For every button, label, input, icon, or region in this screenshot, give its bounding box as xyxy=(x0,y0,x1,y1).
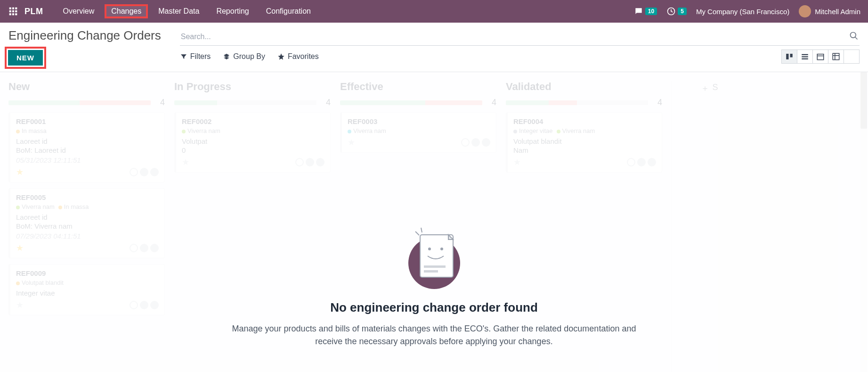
kanban-card[interactable]: REF0003Viverra nam★ xyxy=(340,112,496,153)
view-kanban[interactable] xyxy=(781,50,797,64)
card-activity-icon[interactable] xyxy=(461,138,470,147)
svg-rect-6 xyxy=(9,13,11,15)
card-activity-icon[interactable] xyxy=(627,158,635,166)
card-tag: Viverra nam xyxy=(182,127,220,134)
card-tag: Volutpat blandit xyxy=(16,279,64,286)
card-avatar xyxy=(150,168,159,176)
column-progress-bar xyxy=(506,100,648,105)
view-pivot[interactable] xyxy=(828,50,844,64)
card-line: 0 xyxy=(182,146,324,154)
apps-icon xyxy=(8,7,18,16)
column-count: 4 xyxy=(653,98,662,107)
clock-icon xyxy=(666,7,676,16)
card-line: Nam xyxy=(513,146,656,154)
card-priority-star[interactable]: ★ xyxy=(16,243,24,253)
card-ref: REF0004 xyxy=(513,117,656,125)
new-button[interactable]: NEW xyxy=(8,50,43,66)
card-tag-label: Viverra nam xyxy=(187,127,220,134)
column-progress-bar xyxy=(174,100,316,105)
card-priority-star[interactable]: ★ xyxy=(182,157,189,167)
svg-line-28 xyxy=(415,231,419,235)
add-column-label: S xyxy=(712,83,718,92)
card-avatar xyxy=(637,158,646,166)
search-bar xyxy=(180,28,860,46)
card-tag: Integer vitae xyxy=(513,127,553,134)
card-line: BoM: Viverra nam xyxy=(16,222,159,230)
card-avatar xyxy=(306,158,314,166)
groupby-label: Group By xyxy=(233,52,265,61)
card-avatar xyxy=(150,301,159,309)
favorites-button[interactable]: Favorites xyxy=(277,52,319,61)
funnel-icon xyxy=(180,53,187,60)
card-priority-star[interactable]: ★ xyxy=(348,137,355,148)
brand-label[interactable]: PLM xyxy=(24,7,43,17)
svg-point-10 xyxy=(851,33,856,38)
activity-button[interactable]: 5 xyxy=(666,7,687,16)
kanban-card[interactable]: REF0005Viverra namIn massaLaoreet idBoM:… xyxy=(8,188,165,258)
nav-configuration[interactable]: Configuration xyxy=(260,4,317,18)
nav-menu: Overview Changes Master Data Reporting C… xyxy=(57,4,317,18)
apps-launcher[interactable] xyxy=(8,6,19,17)
nav-changes[interactable]: Changes xyxy=(105,4,148,18)
svg-rect-15 xyxy=(802,56,808,57)
search-button[interactable] xyxy=(849,31,859,42)
empty-state-title: No engineering change order found xyxy=(222,300,646,315)
card-avatar xyxy=(140,244,148,252)
user-menu[interactable]: Mitchell Admin xyxy=(799,5,860,17)
kanban-card[interactable]: REF0004Integer vitaeViverra namVolutpat … xyxy=(506,112,662,173)
card-tag-label: Volutpat blandit xyxy=(22,279,64,286)
card-avatar xyxy=(471,138,480,147)
company-selector[interactable]: My Company (San Francisco) xyxy=(696,8,789,16)
view-switcher xyxy=(782,50,860,64)
nav-master-data[interactable]: Master Data xyxy=(152,4,206,18)
empty-state-icon xyxy=(397,218,472,294)
view-list[interactable] xyxy=(797,50,813,64)
kanban-card[interactable]: REF0009Volutpat blanditInteger vitae★ xyxy=(8,264,165,315)
card-ref: REF0001 xyxy=(16,117,159,125)
column-title[interactable]: Effective xyxy=(340,81,383,93)
card-activity-icon[interactable] xyxy=(130,168,138,176)
discuss-button[interactable]: 10 xyxy=(634,7,657,16)
view-calendar[interactable] xyxy=(812,50,828,64)
card-tag-label: In massa xyxy=(64,203,89,210)
svg-rect-26 xyxy=(424,265,446,268)
card-priority-star[interactable]: ★ xyxy=(16,300,24,310)
card-tag: Viverra nam xyxy=(16,203,55,210)
add-column[interactable]: ＋S xyxy=(672,81,747,372)
empty-state-body: Manage your products and bills of materi… xyxy=(222,322,646,348)
column-title[interactable]: In Progress xyxy=(174,81,231,93)
filters-button[interactable]: Filters xyxy=(180,52,211,61)
search-input[interactable] xyxy=(181,33,849,41)
view-graph[interactable] xyxy=(844,50,860,64)
column-title[interactable]: Validated xyxy=(506,81,552,93)
card-tag-label: Viverra nam xyxy=(562,127,595,134)
nav-overview[interactable]: Overview xyxy=(57,4,101,18)
card-priority-star[interactable]: ★ xyxy=(16,167,24,177)
card-priority-star[interactable]: ★ xyxy=(513,157,521,167)
card-activity-icon[interactable] xyxy=(130,301,138,309)
groupby-button[interactable]: Group By xyxy=(223,52,265,61)
card-tag: Viverra nam xyxy=(348,127,386,134)
card-activity-icon[interactable] xyxy=(130,244,138,252)
svg-rect-1 xyxy=(12,8,14,9)
kanban-card[interactable]: REF0001In massaLaoreet idBoM: Laoreet id… xyxy=(8,112,165,182)
column-count: 4 xyxy=(155,98,165,107)
column-title[interactable]: New xyxy=(8,81,30,93)
svg-rect-2 xyxy=(15,8,17,9)
topbar-right: 10 5 My Company (San Francisco) Mitchell… xyxy=(634,5,860,17)
column-count: 4 xyxy=(487,98,496,107)
activity-badge: 5 xyxy=(678,8,687,15)
card-tag: Viverra nam xyxy=(557,127,595,134)
card-activity-icon[interactable] xyxy=(295,158,304,166)
kanban-icon xyxy=(785,52,794,61)
scroll-thumb[interactable] xyxy=(860,72,867,129)
vertical-scrollbar[interactable] xyxy=(860,72,867,372)
filters-label: Filters xyxy=(190,52,211,61)
kanban-card[interactable]: REF0002Viverra namVolutpat0★ xyxy=(174,112,331,173)
discuss-badge: 10 xyxy=(645,8,657,15)
kanban-board: New4REF0001In massaLaoreet idBoM: Laoree… xyxy=(0,72,868,372)
card-line: Volutpat xyxy=(182,137,324,145)
card-ref: REF0003 xyxy=(348,117,490,125)
nav-reporting[interactable]: Reporting xyxy=(210,4,255,18)
svg-rect-27 xyxy=(424,270,438,273)
